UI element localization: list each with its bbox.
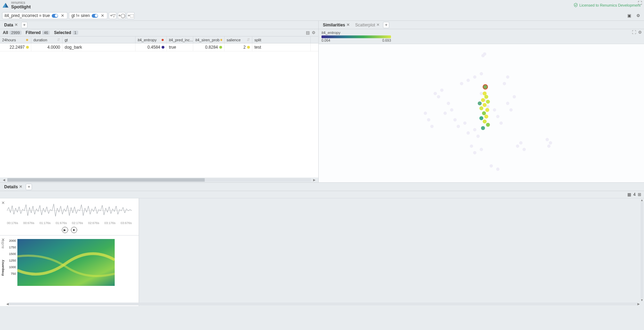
close-waveform-icon[interactable]: ✕ [1,200,5,205]
svg-point-52 [483,103,487,107]
filter-chip-2[interactable]: gt != siren ✕ [69,12,107,19]
h-scrollbar[interactable]: ◀ ▶ [0,178,318,182]
tab-data[interactable]: Data ✕ [2,22,20,28]
svg-point-61 [478,101,482,105]
svg-point-4 [220,39,222,41]
close-icon[interactable]: ✕ [100,13,105,18]
col-24hours[interactable]: 24hours [0,36,31,43]
time-axis: 00:176s00:676s01:176s01:676s02:176s02:67… [7,221,132,225]
details-h-scrollbar[interactable]: ◀▶ [6,302,640,306]
shield-icon [573,3,578,7]
filter-chip-2-label: gt != siren [71,13,90,18]
spectrogram[interactable]: Frequency 20001750150012501000750 [17,239,137,286]
add-filter-button[interactable]: +▽ [109,12,116,19]
svg-point-18 [473,128,476,131]
svg-point-17 [466,131,470,134]
filter-chip-1[interactable]: it4_pred_incorrect = true ✕ [2,12,67,19]
close-icon[interactable]: ✕ [15,23,18,27]
waveform[interactable] [7,200,132,221]
svg-point-42 [490,164,493,167]
tab-scatterplot[interactable]: Scatterplot✕ [353,22,382,28]
stat-filtered[interactable]: Filtered46 [26,30,50,35]
svg-point-19 [476,135,480,138]
v-scrollbar[interactable]: ▲▼ [640,198,644,302]
col-entropy[interactable]: it4_entropy [136,36,167,43]
close-spectrogram-icon[interactable]: ✕ [1,237,5,242]
settings-button[interactable]: ⚙ [634,12,642,19]
add-config-button[interactable]: +⬚ [127,12,134,19]
tab-data-label: Data [4,23,13,27]
svg-point-14 [453,118,456,122]
svg-point-22 [486,105,489,108]
filter-chip-1-label: it4_pred_incorrect = true [5,13,50,18]
svg-point-35 [424,112,427,115]
svg-point-36 [427,118,430,122]
svg-point-28 [513,95,516,98]
license-badge: Licensed to Renumics Development [573,3,641,7]
add-tab-button[interactable]: + [21,22,27,28]
details-empty-area: ▲▼ [139,198,644,306]
close-icon[interactable]: ✕ [376,23,380,27]
spectrogram-image [17,239,115,286]
legend-label: it4_entropy [321,31,641,35]
svg-point-58 [483,119,487,123]
grid-icon[interactable]: ▦ [627,192,631,197]
col-siren-prob[interactable]: it4_siren_prob [193,36,225,43]
col-salience[interactable]: salience⇵ [225,36,252,43]
brand: renumics Spotlight [2,1,31,9]
svg-point-44 [466,79,470,82]
scroll-left-icon[interactable]: ◀ [3,178,5,182]
close-icon[interactable]: ✕ [347,23,350,27]
toggle-icon[interactable] [92,14,98,18]
stat-all[interactable]: All2999 [3,30,22,35]
scatter-plot[interactable] [319,44,644,182]
scroll-right-icon[interactable]: ▶ [313,178,316,182]
svg-point-34 [547,145,551,148]
svg-point-9 [437,95,440,98]
details-panel: audio ✕ 00 [0,198,139,306]
play-button[interactable]: ▶ [62,227,68,233]
add-tag-button[interactable]: +◯ [118,12,125,19]
layout-grid-icon[interactable]: ⊞ [638,192,641,197]
svg-point-11 [447,102,450,105]
table-header: 24hours duration⇵ gt it4_entropy it4_pre… [0,36,318,43]
close-icon[interactable]: ✕ [60,13,65,18]
tab-similarities[interactable]: Similarities✕ [321,22,352,28]
stat-selected[interactable]: Selected1 [54,30,78,35]
gear-icon[interactable]: ⚙ [638,30,642,35]
color-gradient [321,35,391,38]
layout-button[interactable]: ▣ [625,12,633,19]
svg-point-45 [473,75,476,79]
close-icon[interactable]: ✕ [19,184,22,189]
toggle-icon[interactable] [52,14,58,18]
fit-icon[interactable]: ⛶ [632,30,636,35]
svg-point-47 [506,75,509,79]
svg-point-54 [485,108,489,112]
svg-point-38 [470,145,473,148]
svg-point-40 [480,148,483,151]
sun-icon [161,38,164,42]
svg-point-16 [463,122,466,125]
col-duration[interactable]: duration⇵ [31,36,63,43]
brand-name: Spotlight [11,5,31,9]
comment-icon[interactable]: ▤ [306,30,310,35]
license-text: Licensed to Renumics Development [579,3,641,7]
tab-details[interactable]: Details✕ [2,183,24,190]
svg-point-41 [496,168,499,171]
col-gt[interactable]: gt [63,36,136,43]
add-tab-button[interactable]: + [26,184,32,190]
add-tab-button[interactable]: + [383,22,389,28]
stop-button[interactable]: ■ [71,227,77,233]
svg-point-62 [483,85,488,89]
col-split[interactable]: split [252,36,311,43]
table-row[interactable]: 22.2497 4.0000 dog_bark 0.4584 true 0.82… [0,43,318,51]
svg-point-60 [481,126,485,130]
gear-icon[interactable]: ⚙ [312,30,316,35]
svg-point-8 [434,92,437,95]
col-pred-inc[interactable]: it4_pred_inc... [167,36,193,43]
expand-icon[interactable]: ⛶ [638,1,642,6]
svg-point-5 [480,72,483,75]
svg-point-46 [503,82,506,85]
svg-point-2 [26,39,28,41]
filter-bar: it4_pred_incorrect = true ✕ gt != siren … [0,11,644,21]
